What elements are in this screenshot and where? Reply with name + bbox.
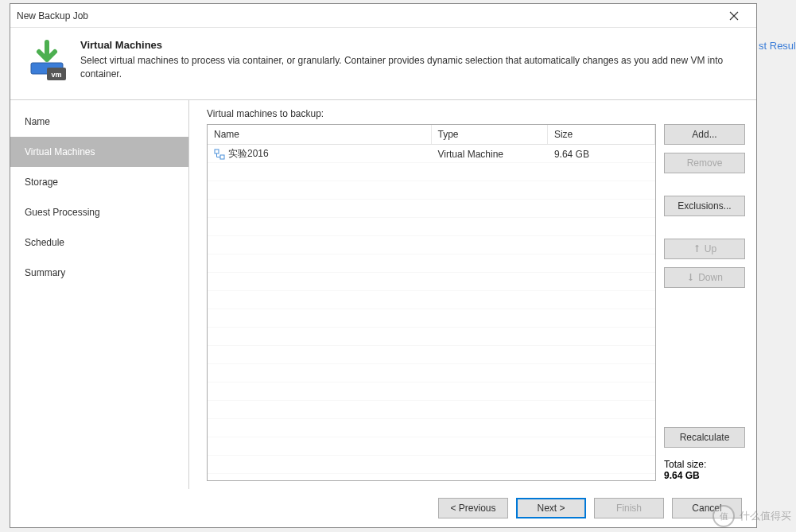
add-button[interactable]: Add... (664, 124, 745, 145)
next-button[interactable]: Next > (516, 498, 586, 518)
header-text: Virtual Machines Select virtual machines… (80, 39, 742, 83)
svg-text:vm: vm (51, 71, 61, 79)
vm-icon (214, 149, 225, 160)
remove-button[interactable]: Remove (664, 153, 745, 173)
up-label: Up (705, 243, 716, 254)
dialog-body: Name Virtual Machines Storage Guest Proc… (10, 100, 756, 489)
main-row: Name Type Size 实验20 (207, 124, 745, 481)
col-header-size[interactable]: Size (548, 125, 655, 144)
cell-name: 实验2016 (208, 147, 432, 161)
col-header-type[interactable]: Type (432, 125, 548, 144)
sidebar-item-schedule[interactable]: Schedule (10, 227, 188, 258)
col-header-name[interactable]: Name (208, 125, 432, 144)
sidebar-item-name[interactable]: Name (10, 107, 188, 137)
cancel-button[interactable]: Cancel (672, 498, 742, 518)
previous-button[interactable]: < Previous (438, 498, 508, 518)
vm-list-label: Virtual machines to backup: (207, 108, 745, 119)
cell-size: 9.64 GB (548, 149, 655, 160)
wizard-sidebar: Name Virtual Machines Storage Guest Proc… (10, 100, 189, 489)
table-header: Name Type Size (208, 125, 655, 145)
sidebar-item-guest-processing[interactable]: Guest Processing (10, 197, 188, 227)
total-size-block: Total size: 9.64 GB (664, 459, 753, 481)
background-text: st Resul (759, 40, 796, 52)
sidebar-item-summary[interactable]: Summary (10, 258, 188, 288)
recalculate-button[interactable]: Recalculate (664, 427, 745, 448)
dialog-header: vm Virtual Machines Select virtual machi… (10, 28, 756, 100)
window-title: New Backup Job (17, 10, 718, 21)
titlebar: New Backup Job (10, 4, 756, 28)
finish-button[interactable]: Finish (594, 498, 664, 518)
svg-rect-5 (220, 155, 224, 159)
cell-name-text: 实验2016 (228, 147, 269, 161)
header-heading: Virtual Machines (80, 39, 742, 51)
sidebar-item-storage[interactable]: Storage (10, 167, 188, 197)
vm-header-icon: vm (25, 39, 69, 83)
table-row[interactable]: 实验2016 Virtual Machine 9.64 GB (208, 145, 655, 163)
exclusions-button[interactable]: Exclusions... (664, 196, 745, 216)
arrow-down-icon: 🠗 (686, 273, 695, 282)
total-size-label: Total size: (664, 459, 753, 470)
dialog-footer: < Previous Next > Finish Cancel (10, 489, 756, 527)
sidebar-item-virtual-machines[interactable]: Virtual Machines (10, 137, 188, 167)
header-description: Select virtual machines to process via c… (80, 54, 742, 81)
arrow-up-icon: 🠕 (693, 244, 701, 254)
action-buttons: Add... Remove Exclusions... 🠕 Up 🠗 Down (664, 124, 745, 481)
svg-rect-4 (215, 150, 219, 153)
down-label: Down (698, 272, 723, 283)
close-icon (729, 11, 739, 21)
close-button[interactable] (718, 5, 750, 27)
main-panel: Virtual machines to backup: Name Type Si… (189, 100, 756, 489)
down-button[interactable]: 🠗 Down (664, 267, 745, 288)
total-size-value: 9.64 GB (664, 470, 753, 481)
table-body[interactable]: 实验2016 Virtual Machine 9.64 GB (208, 145, 655, 480)
cell-type: Virtual Machine (432, 149, 548, 160)
vm-table: Name Type Size 实验20 (207, 124, 656, 481)
dialog-new-backup-job: New Backup Job vm Virtual Machines Selec… (10, 3, 757, 528)
up-button[interactable]: 🠕 Up (664, 239, 745, 259)
